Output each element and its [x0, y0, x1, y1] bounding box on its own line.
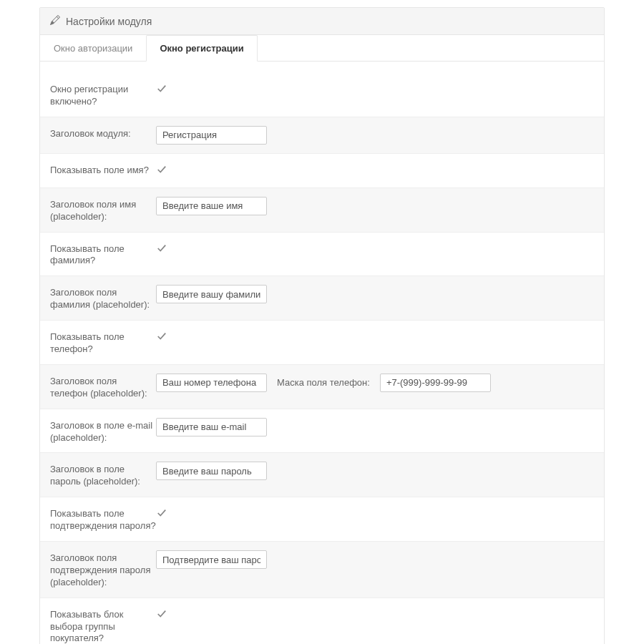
row-show-surname: Показывать поле фамилия? — [40, 233, 604, 277]
label-show-confirm-password: Показывать поле подтверждения пароля? — [50, 506, 156, 532]
row-show-phone: Показывать поле телефон? — [40, 321, 604, 365]
form-body: Окно регистрации включено? Заголовок мод… — [40, 62, 604, 644]
row-phone-placeholder: Заголовок поля телефон (placeholder): Ма… — [40, 365, 604, 409]
checkbox-show-confirm-password[interactable] — [156, 507, 167, 519]
checkbox-show-phone[interactable] — [156, 331, 167, 342]
row-register-enabled: Окно регистрации включено? — [40, 62, 604, 117]
input-phone-mask[interactable] — [380, 374, 491, 392]
label-email-placeholder: Заголовок в поле e-mail (placeholder): — [50, 418, 156, 444]
input-email-placeholder[interactable] — [156, 418, 267, 436]
label-name-placeholder: Заголовок поля имя (placeholder): — [50, 197, 156, 223]
checkbox-register-enabled[interactable] — [156, 83, 167, 94]
row-email-placeholder: Заголовок в поле e-mail (placeholder): — [40, 409, 604, 454]
label-show-surname: Показывать поле фамилия? — [50, 241, 156, 268]
input-name-placeholder[interactable] — [156, 197, 267, 215]
panel-title: Настройки модуля — [66, 16, 152, 27]
row-show-group-block: Показывать блок выбора группы покупателя… — [40, 598, 604, 644]
row-surname-placeholder: Заголовок поля фамилия (placeholder): — [40, 276, 604, 321]
tab-auth-window[interactable]: Окно авторизации — [40, 35, 146, 62]
input-module-title[interactable] — [156, 126, 267, 145]
module-settings-panel: Настройки модуля Окно авторизации Окно р… — [39, 7, 605, 644]
label-phone-mask: Маска поля телефон: — [277, 377, 370, 388]
checkbox-show-surname[interactable] — [156, 243, 167, 254]
label-show-group-block: Показывать блок выбора группы покупателя… — [50, 607, 156, 644]
label-show-phone: Показывать поле телефон? — [50, 329, 156, 356]
input-password-placeholder[interactable] — [156, 462, 267, 480]
label-confirm-password-placeholder: Заголовок поля подтверждения пароля (pla… — [50, 550, 156, 589]
pencil-icon — [50, 15, 60, 27]
label-surname-placeholder: Заголовок поля фамилия (placeholder): — [50, 285, 156, 311]
label-register-enabled: Окно регистрации включено? — [50, 82, 156, 108]
label-module-title: Заголовок модуля: — [50, 126, 156, 140]
checkbox-show-group-block[interactable] — [156, 608, 167, 620]
checkbox-show-name[interactable] — [156, 164, 167, 175]
input-confirm-password-placeholder[interactable] — [156, 550, 267, 569]
row-show-confirm-password: Показывать поле подтверждения пароля? — [40, 497, 604, 542]
input-phone-placeholder[interactable] — [156, 374, 267, 392]
tab-register-window[interactable]: Окно регистрации — [146, 35, 257, 62]
label-password-placeholder: Заголовок в поле пароль (placeholder): — [50, 462, 156, 488]
input-surname-placeholder[interactable] — [156, 285, 267, 303]
label-show-name: Показывать поле имя? — [50, 162, 156, 177]
tabs: Окно авторизации Окно регистрации — [40, 35, 604, 62]
row-show-name: Показывать поле имя? — [40, 154, 604, 188]
label-phone-placeholder: Заголовок поля телефон (placeholder): — [50, 374, 156, 400]
row-name-placeholder: Заголовок поля имя (placeholder): — [40, 188, 604, 233]
panel-header: Настройки модуля — [40, 8, 604, 35]
row-password-placeholder: Заголовок в поле пароль (placeholder): — [40, 453, 604, 497]
row-module-title: Заголовок модуля: — [40, 117, 604, 154]
row-confirm-password-placeholder: Заголовок поля подтверждения пароля (pla… — [40, 542, 604, 598]
